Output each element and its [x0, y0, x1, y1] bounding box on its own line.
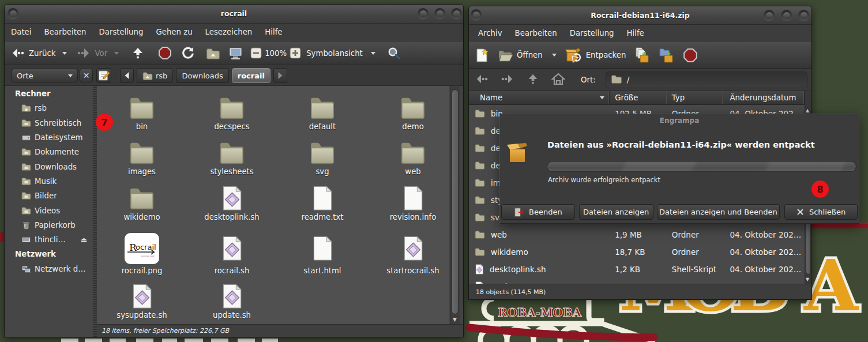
close-sidebar-button[interactable]: ✕ — [80, 69, 93, 82]
zoom-out-button[interactable] — [250, 47, 262, 59]
scroll-down-icon[interactable]: ▼ — [453, 317, 457, 322]
column-header-date[interactable]: Änderungsdatum — [723, 91, 805, 104]
add-folder-button[interactable] — [659, 47, 674, 63]
forward-button[interactable]: Vor — [76, 47, 107, 59]
sidebar-item-rsb[interactable]: rsb — [5, 101, 93, 115]
view-selector[interactable]: Symbolansicht — [306, 49, 375, 58]
sidebar-item-dokumente[interactable]: Dokumente — [5, 145, 93, 159]
search-button[interactable] — [387, 46, 401, 60]
menu-item-bearbeiten[interactable]: Bearbeiten — [509, 25, 563, 42]
right-toolbar: ÖffnenEntpacken — [469, 42, 811, 69]
sidebar-item-downloads[interactable]: Downloads — [5, 159, 93, 174]
menu-item-archiv[interactable]: Archiv — [472, 25, 509, 42]
back-button[interactable]: Zurück — [10, 47, 55, 59]
sidebar-item-schreibtisch[interactable]: Schreibtisch — [5, 116, 93, 130]
file-revision-info[interactable]: revision.info — [370, 183, 449, 221]
file-start-html[interactable]: start.html — [279, 230, 366, 275]
breadcrumb-rsb[interactable]: rsb — [137, 68, 173, 83]
back-history-dropdown[interactable] — [62, 52, 67, 55]
file-stylesheets[interactable]: stylesheets — [189, 138, 275, 176]
breadcrumb-scroll-right-button[interactable] — [273, 68, 287, 83]
file-decspecs[interactable]: decspecs — [189, 93, 275, 131]
back-icon[interactable] — [475, 73, 489, 87]
menu-item-lesezeichen[interactable]: Lesezeichen — [199, 24, 259, 41]
sidebar-item-dateisystem[interactable]: Dateisystem — [5, 130, 93, 145]
new-archive-button[interactable] — [474, 48, 489, 63]
column-header-name[interactable]: Name — [469, 91, 610, 104]
file-demo[interactable]: demo — [370, 93, 449, 131]
forward-icon[interactable] — [501, 73, 514, 87]
file-sysupdate-sh[interactable]: sysupdate.sh — [99, 281, 185, 320]
file-wikidemo[interactable]: wikidemo — [99, 183, 185, 221]
sidebar-item-thincli[interactable]: thincli…⏏ — [5, 232, 93, 247]
open-button[interactable]: Öffnen — [498, 48, 557, 62]
file-update-sh[interactable]: update.sh — [189, 281, 275, 320]
stop-button[interactable] — [683, 48, 698, 63]
breadcrumb-rocrail[interactable]: rocrail — [232, 68, 270, 83]
scroll-down-icon[interactable]: ▼ — [806, 277, 809, 282]
add-files-button[interactable] — [634, 47, 650, 63]
reload-button[interactable] — [181, 46, 195, 60]
folder-icon — [475, 178, 485, 188]
stop-button[interactable] — [158, 46, 172, 60]
sidebar-item-netzwerkd[interactable]: Netzwerk d… — [5, 262, 93, 276]
minimize-button[interactable] — [418, 8, 429, 19]
left-scrollbar-thumb[interactable] — [452, 89, 459, 314]
table-row-web[interactable]: web1,9 MBOrdner04. Oktober 202… — [469, 226, 805, 243]
close-button[interactable]: Schließen — [784, 204, 858, 220]
left-scrollbar[interactable]: ▼ — [450, 86, 460, 324]
file-icon-view[interactable]: bin decspecs default demo images stylesh… — [97, 86, 449, 324]
minimize-button[interactable] — [764, 10, 775, 21]
sidebar-item-bilder[interactable]: Bilder — [5, 189, 93, 203]
menu-item-datei[interactable]: Datei — [5, 24, 37, 41]
forward-history-dropdown[interactable] — [114, 52, 119, 55]
sidebar-item-papierkorb[interactable]: Papierkorb — [5, 218, 93, 232]
window-button-dot — [437, 10, 444, 17]
maximize-button[interactable] — [781, 10, 792, 21]
breadcrumb-scroll-left-button[interactable] — [120, 68, 134, 83]
eject-icon[interactable]: ⏏ — [81, 236, 87, 244]
up-icon[interactable] — [527, 73, 539, 87]
menu-item-hilfe[interactable]: Hilfe — [258, 24, 288, 41]
file-svg[interactable]: svg — [279, 138, 366, 176]
close-button[interactable] — [451, 8, 462, 19]
scroll-up-icon[interactable]: ▲ — [806, 108, 809, 113]
file-startrocrail-sh[interactable]: startrocrail.sh — [370, 230, 449, 275]
extract-button[interactable]: Entpacken — [565, 47, 626, 63]
left-titlebar[interactable]: rocrail — [5, 5, 463, 24]
home-button[interactable] — [206, 47, 220, 59]
menu-item-bearbeiten[interactable]: Bearbeiten — [37, 24, 92, 41]
quit-button[interactable]: Beenden — [501, 204, 575, 220]
table-row-wikidemo[interactable]: wikidemo18,7 KBOrdner04. Oktober 202… — [469, 243, 805, 261]
file-rocrail-sh[interactable]: rocrail.sh — [189, 230, 275, 275]
home-icon[interactable] — [551, 73, 565, 87]
show-files-and-quit-button[interactable]: Dateien anzeigen und Beenden — [657, 204, 780, 220]
show-files-button[interactable]: Dateien anzeigen — [579, 204, 653, 220]
table-row-desktoplink-sh[interactable]: desktoplink.sh1,2 KBShell-Skript04. Okto… — [469, 261, 805, 278]
computer-button[interactable] — [228, 47, 243, 60]
zoom-in-button[interactable] — [289, 47, 302, 59]
file-web[interactable]: web — [370, 138, 449, 176]
right-titlebar[interactable]: Rocrail-debian11-i64.zip — [469, 6, 811, 25]
maximize-button[interactable] — [434, 8, 445, 19]
column-header-size[interactable]: Größe — [610, 91, 667, 104]
sidebar-item-videos[interactable]: Videos — [5, 203, 93, 217]
places-combo[interactable]: Orte — [12, 69, 78, 82]
up-button[interactable] — [131, 47, 144, 59]
menu-item-darstellung[interactable]: Darstellung — [563, 25, 621, 42]
menu-item-gehen-zu[interactable]: Gehen zu — [149, 24, 198, 41]
column-header-type[interactable]: Typ — [667, 91, 724, 104]
location-input[interactable]: / — [606, 72, 807, 88]
file-readme-txt[interactable]: readme.txt — [279, 183, 366, 221]
file-rocrail-png[interactable]: R ocrail rocrail.net rocrail.png — [99, 230, 185, 275]
menu-item-darstellung[interactable]: Darstellung — [93, 24, 150, 41]
table-row-readme-txt[interactable]: readme.txt — [469, 278, 805, 284]
toggle-location-entry-button[interactable] — [96, 68, 111, 83]
file-images[interactable]: images — [99, 138, 185, 176]
sidebar-item-musik[interactable]: Musik — [5, 174, 93, 189]
menu-item-hilfe[interactable]: Hilfe — [621, 25, 651, 42]
close-button[interactable] — [798, 10, 809, 21]
breadcrumb-downloads[interactable]: Downloads — [176, 68, 228, 83]
file-desktoplink-sh[interactable]: desktoplink.sh — [189, 183, 275, 221]
file-default[interactable]: default — [279, 93, 366, 131]
